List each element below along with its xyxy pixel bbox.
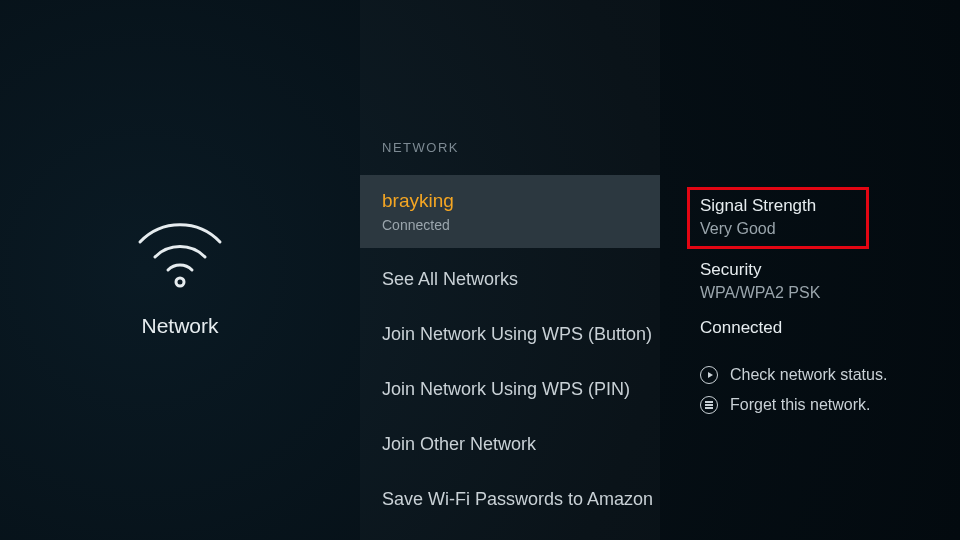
option-save-passwords[interactable]: Save Wi-Fi Passwords to Amazon bbox=[360, 472, 660, 527]
connection-status: Connected bbox=[700, 318, 930, 338]
network-ssid: brayking bbox=[382, 188, 638, 214]
menu-circle-icon bbox=[700, 396, 718, 414]
action-check-label: Check network status. bbox=[730, 366, 887, 384]
action-check-network[interactable]: Check network status. bbox=[700, 366, 930, 384]
left-pane-title: Network bbox=[141, 314, 218, 338]
network-item-connected[interactable]: brayking Connected bbox=[360, 175, 660, 248]
wifi-icon bbox=[125, 202, 235, 292]
svg-point-0 bbox=[176, 278, 184, 286]
signal-strength-value: Very Good bbox=[700, 220, 856, 238]
detail-pane: Signal Strength Very Good Security WPA/W… bbox=[660, 0, 960, 540]
security-label: Security bbox=[700, 260, 930, 280]
option-wps-button[interactable]: Join Network Using WPS (Button) bbox=[360, 307, 660, 362]
action-forget-network[interactable]: Forget this network. bbox=[700, 396, 930, 414]
play-circle-icon bbox=[700, 366, 718, 384]
left-pane: Network bbox=[0, 0, 360, 540]
option-join-other[interactable]: Join Other Network bbox=[360, 417, 660, 472]
option-see-all-networks[interactable]: See All Networks bbox=[360, 252, 660, 307]
highlight-box: Signal Strength Very Good bbox=[687, 187, 869, 249]
network-status: Connected bbox=[382, 216, 638, 235]
network-list-pane: NETWORK brayking Connected See All Netwo… bbox=[360, 0, 660, 540]
security-value: WPA/WPA2 PSK bbox=[700, 284, 930, 302]
section-header: NETWORK bbox=[360, 140, 660, 175]
signal-strength-label: Signal Strength bbox=[700, 196, 856, 216]
action-forget-label: Forget this network. bbox=[730, 396, 871, 414]
option-wps-pin[interactable]: Join Network Using WPS (PIN) bbox=[360, 362, 660, 417]
